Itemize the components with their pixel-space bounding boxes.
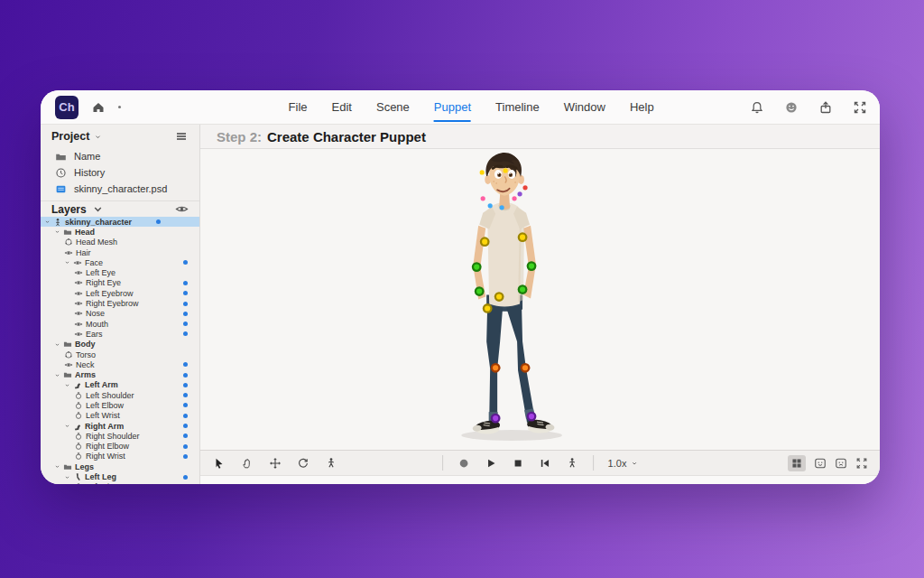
face-marker[interactable]	[517, 191, 522, 196]
panel-menu-button[interactable]	[174, 129, 189, 144]
layer-row-right-elbow[interactable]: Right Elbow	[41, 442, 199, 452]
titlebar-actions	[750, 100, 867, 115]
rotate-icon	[297, 457, 310, 470]
face-marker[interactable]	[504, 168, 508, 172]
topbar-smiley-button[interactable]	[784, 100, 799, 115]
menu-file[interactable]: File	[289, 92, 308, 122]
layer-row-arms[interactable]: Arms	[41, 369, 199, 379]
face-marker[interactable]	[488, 203, 493, 208]
project-item-name[interactable]: Name	[41, 148, 199, 164]
view-smile-card-button[interactable]	[814, 457, 827, 470]
layer-row-neck[interactable]: Neck	[41, 359, 199, 369]
puppet-canvas[interactable]	[200, 149, 880, 450]
topbar-expand-button[interactable]	[853, 100, 867, 115]
project-item-history[interactable]: History	[41, 164, 199, 181]
playback-record-button[interactable]	[457, 457, 470, 470]
layer-row-left-eyebrow[interactable]: Left Eyebrow	[41, 288, 199, 298]
layer-row-head[interactable]: Head	[41, 227, 199, 237]
layer-row-hair[interactable]: Hair	[41, 247, 199, 257]
person-icon	[53, 218, 62, 227]
step-header: Step 2: Create Character Puppet	[200, 125, 880, 149]
layer-label: Right Eye	[86, 278, 121, 287]
layer-row-body[interactable]: Body	[41, 340, 199, 350]
layer-row-right-wrist[interactable]: Right Wrist	[41, 452, 199, 461]
layer-row-left-eye[interactable]: Left Eye	[41, 267, 199, 277]
divider	[593, 455, 594, 471]
project-item-list: NameHistoryskinny_character.psd	[41, 148, 199, 197]
folder-icon	[63, 462, 72, 471]
face-marker[interactable]	[481, 196, 485, 200]
tool-move-button[interactable]	[269, 457, 282, 470]
playback-speed-dropdown[interactable]: 1.0x	[608, 458, 639, 469]
share-icon	[818, 100, 833, 115]
layer-row-left-elbow[interactable]: Left Elbow	[41, 400, 199, 410]
layer-row-right-shoulder[interactable]: Right Shoulder	[41, 431, 199, 441]
playback-play-button[interactable]	[485, 457, 497, 470]
project-panel-header[interactable]: Project	[41, 125, 199, 148]
pin-icon	[74, 391, 83, 400]
layer-label: Torso	[76, 350, 96, 359]
tool-walker-button[interactable]	[325, 457, 337, 470]
move-icon	[269, 457, 282, 470]
tool-cursor-button[interactable]	[213, 457, 226, 470]
layer-row-left-leg[interactable]: Left Leg	[41, 471, 199, 481]
layer-row-face[interactable]: Face	[41, 257, 199, 267]
record-icon	[457, 457, 470, 470]
smiley-icon	[784, 100, 799, 115]
topbar-bell-button[interactable]	[750, 100, 764, 115]
layer-row-right-eye[interactable]: Right Eye	[41, 278, 199, 288]
modified-dot	[183, 403, 188, 407]
layer-row-mouth[interactable]: Mouth	[41, 319, 199, 329]
eye-icon	[74, 309, 83, 318]
layer-row-skinny-character[interactable]: skinny_character	[41, 217, 199, 227]
menu-scene[interactable]: Scene	[376, 92, 410, 122]
layer-row-left-hip[interactable]: Left Hip	[41, 482, 199, 484]
layers-panel-header[interactable]: Layers	[41, 200, 199, 217]
face-marker[interactable]	[522, 185, 527, 190]
home-button[interactable]	[91, 100, 106, 115]
tool-hand-button[interactable]	[241, 457, 254, 470]
layer-row-nose[interactable]: Nose	[41, 309, 199, 319]
layers-panel-title: Layers	[51, 203, 87, 216]
menu-timeline[interactable]: Timeline	[495, 92, 540, 122]
layer-row-left-shoulder[interactable]: Left Shoulder	[41, 390, 199, 400]
playback-stop-button[interactable]	[512, 457, 524, 470]
layer-label: Arms	[75, 370, 96, 379]
chevron-icon	[54, 228, 60, 235]
topbar-share-button[interactable]	[818, 100, 833, 115]
mesh-icon	[64, 238, 73, 247]
folder-icon	[55, 151, 67, 163]
layer-row-head-mesh[interactable]: Head Mesh	[41, 238, 199, 247]
pin-icon	[74, 401, 83, 410]
menu-puppet[interactable]: Puppet	[434, 92, 471, 122]
modified-dot	[183, 302, 188, 306]
view-frown-card-button[interactable]	[835, 457, 847, 470]
menu-window[interactable]: Window	[564, 92, 605, 122]
project-item-skinny-character-psd[interactable]: skinny_character.psd	[41, 181, 199, 197]
playback-walker-button[interactable]	[566, 457, 578, 470]
layer-row-left-arm[interactable]: Left Arm	[41, 380, 199, 390]
layer-row-right-arm[interactable]: Right Arm	[41, 421, 199, 431]
tool-rotate-button[interactable]	[297, 457, 310, 470]
layer-row-legs[interactable]: Legs	[41, 461, 199, 471]
titlebar: Ch FileEditScenePuppetTimelineWindowHelp	[41, 90, 880, 125]
layer-row-right-eyebrow[interactable]: Right Eyebrow	[41, 298, 199, 308]
face-marker[interactable]	[512, 196, 516, 200]
layers-tree: skinny_characterHeadHead MeshHairFaceLef…	[41, 217, 199, 484]
project-item-label: skinny_character.psd	[74, 183, 167, 194]
view-expand-small-button[interactable]	[855, 457, 868, 470]
layer-row-torso[interactable]: Torso	[41, 350, 199, 359]
modified-dot	[183, 281, 188, 285]
visibility-eye-icon[interactable]	[175, 202, 189, 216]
face-marker[interactable]	[480, 170, 485, 174]
playback-skip-back-button[interactable]	[539, 457, 551, 470]
psd-file-icon	[55, 183, 67, 195]
menu-edit[interactable]: Edit	[332, 92, 352, 122]
main-area: Step 2: Create Character Puppet	[200, 125, 880, 484]
layer-row-ears[interactable]: Ears	[41, 329, 199, 339]
menu-help[interactable]: Help	[630, 92, 654, 122]
chevron-icon	[64, 423, 70, 429]
face-marker[interactable]	[500, 205, 504, 210]
view-grid-button[interactable]	[788, 455, 806, 471]
layer-row-left-wrist[interactable]: Left Wrist	[41, 411, 199, 421]
